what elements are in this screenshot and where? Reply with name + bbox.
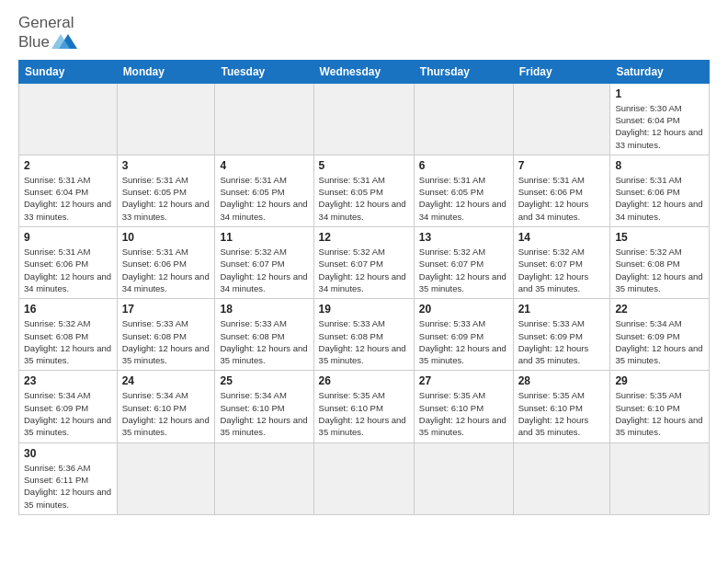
day-info: Sunrise: 5:33 AM Sunset: 6:08 PM Dayligh… bbox=[122, 317, 210, 366]
calendar-week-1: 2Sunrise: 5:31 AM Sunset: 6:04 PM Daylig… bbox=[19, 155, 710, 226]
day-number: 30 bbox=[24, 447, 112, 460]
calendar-week-0: 1Sunrise: 5:30 AM Sunset: 6:04 PM Daylig… bbox=[19, 83, 710, 155]
weekday-header-saturday: Saturday bbox=[610, 60, 710, 83]
day-info: Sunrise: 5:31 AM Sunset: 6:05 PM Dayligh… bbox=[220, 174, 308, 223]
day-number: 10 bbox=[122, 231, 210, 244]
day-info: Sunrise: 5:35 AM Sunset: 6:10 PM Dayligh… bbox=[319, 389, 409, 438]
calendar-body: 1Sunrise: 5:30 AM Sunset: 6:04 PM Daylig… bbox=[19, 83, 710, 514]
calendar-cell: 9Sunrise: 5:31 AM Sunset: 6:06 PM Daylig… bbox=[19, 227, 118, 299]
day-number: 12 bbox=[319, 231, 409, 244]
day-number: 20 bbox=[419, 303, 508, 316]
calendar-cell: 19Sunrise: 5:33 AM Sunset: 6:08 PM Dayli… bbox=[313, 299, 414, 371]
day-number: 29 bbox=[615, 374, 704, 387]
day-number: 25 bbox=[220, 374, 308, 387]
day-number: 21 bbox=[518, 303, 606, 316]
calendar-cell bbox=[313, 83, 414, 155]
calendar-table: SundayMondayTuesdayWednesdayThursdayFrid… bbox=[18, 60, 710, 515]
day-info: Sunrise: 5:34 AM Sunset: 6:10 PM Dayligh… bbox=[122, 389, 210, 438]
calendar-cell bbox=[117, 83, 215, 155]
calendar-cell: 2Sunrise: 5:31 AM Sunset: 6:04 PM Daylig… bbox=[19, 155, 118, 226]
logo: General Blue bbox=[18, 15, 79, 52]
calendar-cell: 22Sunrise: 5:34 AM Sunset: 6:09 PM Dayli… bbox=[610, 299, 710, 371]
day-number: 11 bbox=[220, 231, 308, 244]
calendar-cell bbox=[414, 442, 513, 514]
calendar-cell: 28Sunrise: 5:35 AM Sunset: 6:10 PM Dayli… bbox=[513, 371, 610, 442]
calendar-cell: 20Sunrise: 5:33 AM Sunset: 6:09 PM Dayli… bbox=[414, 299, 513, 371]
calendar-cell: 30Sunrise: 5:36 AM Sunset: 6:11 PM Dayli… bbox=[19, 442, 118, 514]
day-number: 16 bbox=[24, 303, 112, 316]
day-info: Sunrise: 5:35 AM Sunset: 6:10 PM Dayligh… bbox=[518, 389, 606, 438]
weekday-header-sunday: Sunday bbox=[19, 60, 118, 83]
day-info: Sunrise: 5:36 AM Sunset: 6:11 PM Dayligh… bbox=[24, 462, 112, 511]
day-info: Sunrise: 5:32 AM Sunset: 6:07 PM Dayligh… bbox=[419, 246, 508, 294]
day-number: 8 bbox=[615, 159, 704, 172]
calendar-cell bbox=[513, 442, 610, 514]
day-number: 23 bbox=[24, 374, 112, 387]
day-number: 15 bbox=[615, 231, 704, 244]
day-info: Sunrise: 5:31 AM Sunset: 6:04 PM Dayligh… bbox=[24, 174, 112, 223]
day-number: 3 bbox=[122, 159, 210, 172]
day-number: 27 bbox=[419, 374, 508, 387]
day-info: Sunrise: 5:32 AM Sunset: 6:08 PM Dayligh… bbox=[24, 317, 112, 366]
weekday-header-row: SundayMondayTuesdayWednesdayThursdayFrid… bbox=[19, 60, 710, 83]
calendar-cell: 4Sunrise: 5:31 AM Sunset: 6:05 PM Daylig… bbox=[215, 155, 313, 226]
day-info: Sunrise: 5:32 AM Sunset: 6:07 PM Dayligh… bbox=[518, 246, 606, 294]
logo-icon bbox=[51, 32, 79, 52]
day-info: Sunrise: 5:32 AM Sunset: 6:07 PM Dayligh… bbox=[319, 246, 409, 294]
calendar-cell: 21Sunrise: 5:33 AM Sunset: 6:09 PM Dayli… bbox=[513, 299, 610, 371]
day-number: 24 bbox=[122, 374, 210, 387]
calendar-cell: 10Sunrise: 5:31 AM Sunset: 6:06 PM Dayli… bbox=[117, 227, 215, 299]
day-number: 2 bbox=[24, 159, 112, 172]
calendar-cell bbox=[19, 83, 118, 155]
day-number: 17 bbox=[122, 303, 210, 316]
day-info: Sunrise: 5:33 AM Sunset: 6:08 PM Dayligh… bbox=[319, 317, 409, 366]
logo-blue-text: Blue bbox=[18, 33, 50, 52]
day-info: Sunrise: 5:33 AM Sunset: 6:09 PM Dayligh… bbox=[518, 317, 606, 366]
calendar-cell: 8Sunrise: 5:31 AM Sunset: 6:06 PM Daylig… bbox=[610, 155, 710, 226]
calendar-cell: 11Sunrise: 5:32 AM Sunset: 6:07 PM Dayli… bbox=[215, 227, 313, 299]
calendar-cell: 6Sunrise: 5:31 AM Sunset: 6:05 PM Daylig… bbox=[414, 155, 513, 226]
weekday-header-tuesday: Tuesday bbox=[215, 60, 313, 83]
header: General Blue bbox=[18, 15, 710, 52]
calendar-cell bbox=[610, 442, 710, 514]
calendar-cell: 5Sunrise: 5:31 AM Sunset: 6:05 PM Daylig… bbox=[313, 155, 414, 226]
calendar-cell bbox=[414, 83, 513, 155]
day-info: Sunrise: 5:31 AM Sunset: 6:06 PM Dayligh… bbox=[518, 174, 606, 223]
calendar-cell: 23Sunrise: 5:34 AM Sunset: 6:09 PM Dayli… bbox=[19, 371, 118, 442]
day-number: 4 bbox=[220, 159, 308, 172]
calendar-cell bbox=[117, 442, 215, 514]
day-info: Sunrise: 5:33 AM Sunset: 6:09 PM Dayligh… bbox=[419, 317, 508, 366]
calendar-cell: 12Sunrise: 5:32 AM Sunset: 6:07 PM Dayli… bbox=[313, 227, 414, 299]
day-info: Sunrise: 5:31 AM Sunset: 6:05 PM Dayligh… bbox=[122, 174, 210, 223]
day-info: Sunrise: 5:32 AM Sunset: 6:07 PM Dayligh… bbox=[220, 246, 308, 294]
calendar-week-5: 30Sunrise: 5:36 AM Sunset: 6:11 PM Dayli… bbox=[19, 442, 710, 514]
day-info: Sunrise: 5:31 AM Sunset: 6:06 PM Dayligh… bbox=[24, 246, 112, 294]
day-info: Sunrise: 5:32 AM Sunset: 6:08 PM Dayligh… bbox=[615, 246, 704, 294]
weekday-header-thursday: Thursday bbox=[414, 60, 513, 83]
day-number: 1 bbox=[615, 87, 704, 100]
calendar-cell: 25Sunrise: 5:34 AM Sunset: 6:10 PM Dayli… bbox=[215, 371, 313, 442]
day-info: Sunrise: 5:34 AM Sunset: 6:09 PM Dayligh… bbox=[615, 317, 704, 366]
calendar-cell: 27Sunrise: 5:35 AM Sunset: 6:10 PM Dayli… bbox=[414, 371, 513, 442]
calendar-header: SundayMondayTuesdayWednesdayThursdayFrid… bbox=[19, 60, 710, 83]
calendar-cell: 24Sunrise: 5:34 AM Sunset: 6:10 PM Dayli… bbox=[117, 371, 215, 442]
day-number: 19 bbox=[319, 303, 409, 316]
calendar-cell: 1Sunrise: 5:30 AM Sunset: 6:04 PM Daylig… bbox=[610, 83, 710, 155]
calendar-cell bbox=[215, 83, 313, 155]
day-info: Sunrise: 5:30 AM Sunset: 6:04 PM Dayligh… bbox=[615, 102, 704, 151]
day-info: Sunrise: 5:31 AM Sunset: 6:06 PM Dayligh… bbox=[615, 174, 704, 223]
weekday-header-wednesday: Wednesday bbox=[313, 60, 414, 83]
day-number: 26 bbox=[319, 374, 409, 387]
day-info: Sunrise: 5:31 AM Sunset: 6:06 PM Dayligh… bbox=[122, 246, 210, 294]
day-number: 7 bbox=[518, 159, 606, 172]
day-info: Sunrise: 5:34 AM Sunset: 6:09 PM Dayligh… bbox=[24, 389, 112, 438]
day-info: Sunrise: 5:35 AM Sunset: 6:10 PM Dayligh… bbox=[419, 389, 508, 438]
calendar-cell bbox=[513, 83, 610, 155]
calendar-cell: 16Sunrise: 5:32 AM Sunset: 6:08 PM Dayli… bbox=[19, 299, 118, 371]
day-info: Sunrise: 5:35 AM Sunset: 6:10 PM Dayligh… bbox=[615, 389, 704, 438]
calendar-cell: 13Sunrise: 5:32 AM Sunset: 6:07 PM Dayli… bbox=[414, 227, 513, 299]
day-number: 5 bbox=[319, 159, 409, 172]
calendar-cell: 3Sunrise: 5:31 AM Sunset: 6:05 PM Daylig… bbox=[117, 155, 215, 226]
day-number: 9 bbox=[24, 231, 112, 244]
day-number: 13 bbox=[419, 231, 508, 244]
